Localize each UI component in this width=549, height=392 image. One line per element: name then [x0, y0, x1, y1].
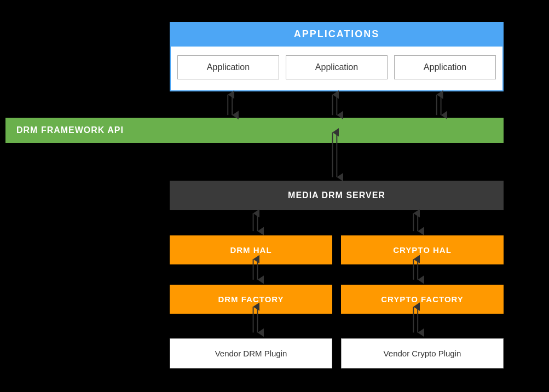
media-drm-server-label: MEDIA DRM SERVER: [288, 191, 385, 200]
diagram-container: APPLICATIONS Application Application App…: [5, 11, 544, 387]
app-box-1: Application: [177, 55, 279, 79]
applications-body: Application Application Application: [170, 47, 504, 91]
vendor-drm-plugin-box: Vendor DRM Plugin: [170, 338, 332, 368]
drm-framework-bar: DRM FRAMEWORK API: [5, 118, 504, 143]
app-box-3: Application: [394, 55, 496, 79]
vendor-crypto-plugin-box: Vendor Crypto Plugin: [341, 338, 504, 368]
hal-row: DRM HAL CRYPTO HAL: [170, 235, 504, 264]
crypto-factory-box: CRYPTO FACTORY: [341, 285, 504, 314]
factory-row: DRM FACTORY CRYPTO FACTORY: [170, 285, 504, 314]
drm-framework-label: DRM FRAMEWORK API: [16, 125, 124, 135]
media-drm-server-bar: MEDIA DRM SERVER: [170, 181, 504, 210]
drm-factory-box: DRM FACTORY: [170, 285, 332, 314]
vendor-row: Vendor DRM Plugin Vendor Crypto Plugin: [170, 338, 504, 368]
crypto-hal-box: CRYPTO HAL: [341, 235, 504, 264]
applications-block: APPLICATIONS Application Application App…: [170, 22, 504, 91]
applications-header: APPLICATIONS: [170, 22, 504, 47]
app-box-2: Application: [286, 55, 388, 79]
drm-hal-box: DRM HAL: [170, 235, 332, 264]
